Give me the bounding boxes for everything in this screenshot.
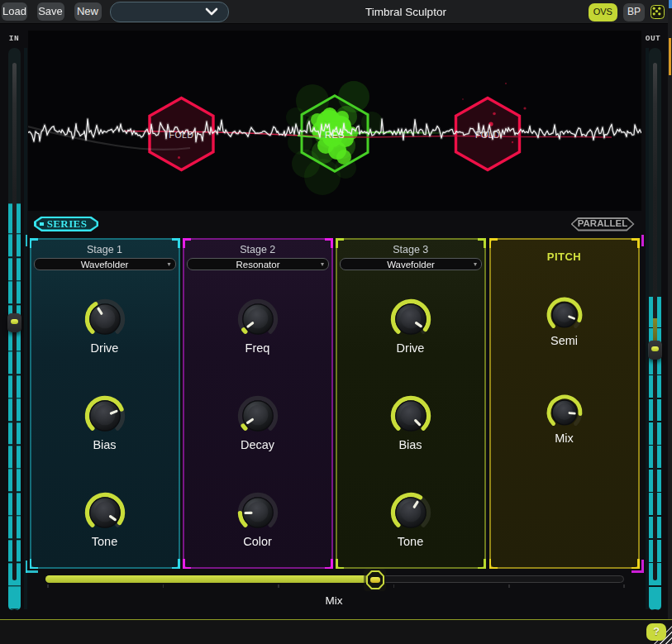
svg-text:FOLD: FOLD [475, 130, 500, 140]
svg-text:RES: RES [325, 130, 345, 140]
svg-text:FOLD: FOLD [169, 130, 193, 140]
